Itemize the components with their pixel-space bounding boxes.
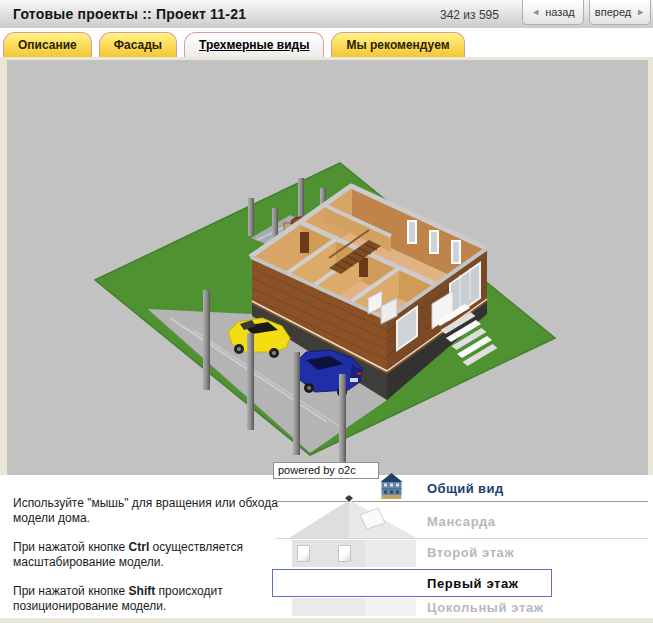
back-button-label: назад	[545, 6, 575, 18]
mini-house-basement-side	[365, 598, 416, 616]
tab-we-recommend[interactable]: Мы рекомендуем	[331, 32, 464, 57]
tab-bar: Описание Фасады Трехмерные виды Мы реком…	[0, 28, 653, 57]
instruction-pan: При нажатой кнопке Shift происходит пози…	[13, 584, 295, 614]
forward-arrow-icon: ►	[636, 8, 645, 17]
mini-house-window	[297, 545, 310, 562]
project-counter: 342 из 595	[440, 8, 499, 22]
instruction-rotate: Используйте "мышь" для вращения или обхо…	[13, 496, 295, 526]
floor-option-first-floor[interactable]: Первый этаж	[427, 576, 519, 591]
floor-option-basement[interactable]: Цокольный этаж	[427, 600, 544, 615]
floor-option-second-floor[interactable]: Второй этаж	[427, 545, 514, 560]
forward-button-label: вперед	[595, 6, 631, 18]
usage-instructions: Используйте "мышь" для вращения или обхо…	[13, 496, 295, 623]
page-title: Готовые проекты :: Проект 11-21	[13, 6, 246, 22]
back-button[interactable]: ◄ назад	[522, 0, 584, 25]
instruction-zoom: При нажатой кнопке Ctrl осуществляется м…	[13, 540, 295, 570]
interior-door	[300, 232, 309, 253]
tab-facades[interactable]: Фасады	[99, 32, 177, 57]
page-bottom-border	[0, 618, 653, 623]
tab-3d-views[interactable]: Трехмерные виды	[184, 32, 324, 57]
interior-door	[359, 258, 368, 277]
forward-button[interactable]: вперед ►	[589, 0, 651, 25]
model-viewport[interactable]	[7, 60, 648, 475]
powered-by-badge: powered by o2c	[273, 462, 379, 479]
mini-house-roof	[285, 494, 421, 539]
floor-option-attic[interactable]: Мансарда	[427, 514, 496, 529]
back-arrow-icon: ◄	[531, 8, 540, 17]
viewport-frame	[0, 57, 653, 475]
overview-house-icon[interactable]	[380, 472, 403, 500]
floor-option-overview[interactable]: Общий вид	[427, 481, 504, 496]
mini-house-second-floor-side	[365, 540, 416, 567]
mini-house-window	[338, 545, 351, 562]
tab-description[interactable]: Описание	[3, 32, 92, 57]
ctrl-key-label: Ctrl	[129, 540, 150, 554]
house-3d-render	[7, 60, 648, 475]
mini-house-basement	[292, 598, 365, 616]
shift-key-label: Shift	[129, 584, 156, 598]
title-bar: Готовые проекты :: Проект 11-21 342 из 5…	[0, 0, 653, 29]
